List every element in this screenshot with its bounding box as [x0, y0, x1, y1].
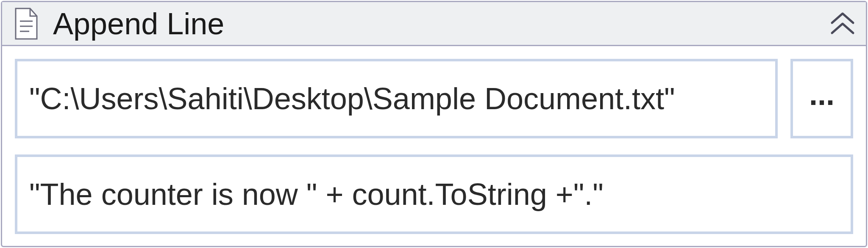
line-content-input[interactable]: "The counter is now " + count.ToString +… — [15, 154, 853, 234]
file-path-row: "C:\Users\Sahiti\Desktop\Sample Document… — [15, 59, 853, 138]
activity-header[interactable]: Append Line — [2, 2, 866, 46]
append-line-activity: Append Line "C:\Users\Sahiti\Desktop\Sam… — [1, 1, 867, 247]
activity-body: "C:\Users\Sahiti\Desktop\Sample Document… — [2, 46, 866, 246]
browse-button[interactable]: ... — [790, 59, 853, 138]
file-path-input[interactable]: "C:\Users\Sahiti\Desktop\Sample Document… — [15, 59, 778, 138]
activity-title: Append Line — [53, 6, 828, 41]
document-icon — [14, 8, 39, 40]
collapse-icon[interactable] — [828, 11, 857, 36]
